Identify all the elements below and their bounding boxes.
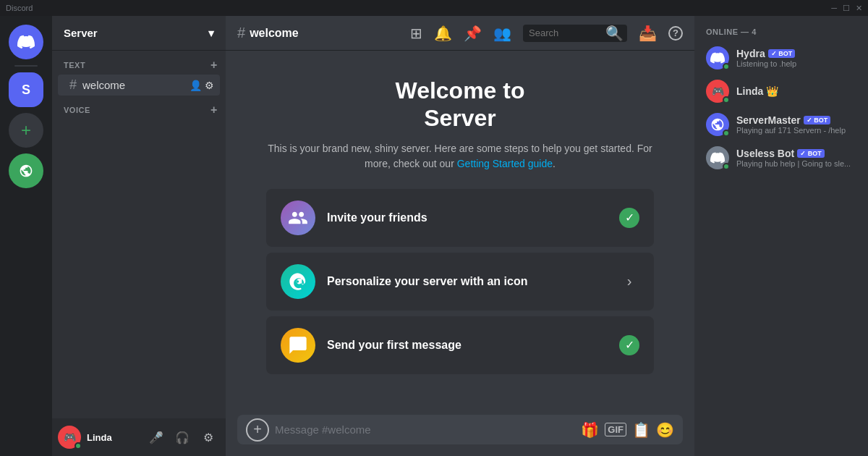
server-add-button[interactable]: + (9, 113, 43, 148)
member-avatar-linda: 🎮 (706, 80, 729, 103)
server-name: Server (64, 27, 98, 39)
message-card-icon (281, 328, 315, 363)
server-list: S + (0, 16, 52, 456)
crown-icon-linda: 👑 (766, 85, 778, 97)
invite-card-icon (281, 200, 315, 235)
search-box[interactable]: 🔍 (523, 25, 627, 42)
channel-hash-icon: # (237, 25, 245, 41)
sticker-icon[interactable]: 📋 (632, 421, 650, 439)
server-item-discord[interactable] (9, 25, 43, 59)
hash-icon: # (69, 77, 77, 93)
invite-check-icon: ✓ (619, 208, 639, 228)
channel-list: TEXT + # welcome 👤 ⚙ VOICE + (52, 51, 226, 418)
user-actions: 🎤 🎧 ⚙ (145, 426, 220, 449)
notifications-icon[interactable]: 🔔 (434, 25, 452, 42)
user-avatar[interactable]: 🎮 (58, 426, 81, 449)
getting-started-link[interactable]: Getting Started guide (457, 158, 553, 169)
personalize-card-label: Personalize your server with an icon (327, 275, 608, 288)
online-header: ONLINE — 4 (700, 28, 862, 36)
member-status-hydra: Listening to .help (736, 59, 856, 68)
invite-card-status: ✓ (619, 208, 639, 228)
gift-icon[interactable]: 🎁 (581, 421, 599, 439)
welcome-cards: Invite your friends ✓ Personalize your s… (266, 189, 654, 374)
members-icon[interactable]: 👥 (493, 25, 511, 42)
channel-item-welcome[interactable]: # welcome 👤 ⚙ (58, 75, 220, 96)
help-icon[interactable]: ? (668, 26, 683, 41)
welcome-section: Welcome to Server This is your brand new… (237, 62, 683, 403)
server-divider (14, 65, 38, 67)
gif-icon[interactable]: GIF (605, 423, 626, 436)
server-item-explore[interactable] (9, 153, 43, 188)
channel-header: # welcome ⊞ 🔔 📌 👥 🔍 📥 ? (226, 16, 694, 51)
category-voice[interactable]: VOICE + (52, 101, 226, 119)
channel-settings-icon[interactable]: ⚙ (205, 80, 214, 91)
online-status-dot (75, 442, 82, 449)
attach-button[interactable]: + (246, 418, 269, 442)
header-icons: ⊞ 🔔 📌 👥 🔍 📥 ? (410, 25, 683, 42)
member-info-linda: Linda 👑 (736, 85, 856, 97)
username-label: Linda (87, 432, 139, 443)
category-text[interactable]: TEXT + (52, 56, 226, 74)
member-item-hydra[interactable]: Hydra ✓ BOT Listening to .help (700, 42, 862, 74)
message-input-bar: + 🎁 GIF 📋 😊 (226, 415, 694, 456)
input-actions: 🎁 GIF 📋 😊 (581, 421, 674, 439)
member-status-servermaster: Playing auf 171 Servern - /help (736, 126, 856, 135)
add-member-icon[interactable]: 👤 (190, 80, 202, 91)
add-text-channel-button[interactable]: + (208, 59, 220, 71)
channel-action-icons: 👤 ⚙ (190, 80, 214, 91)
member-avatar-hydra (706, 46, 729, 69)
threads-icon[interactable]: ⊞ (410, 25, 422, 42)
server-dropdown-icon: ▾ (208, 27, 214, 40)
messages-area: Welcome to Server This is your brand new… (226, 51, 694, 415)
message-card-label: Send your first message (327, 339, 608, 352)
user-bar: 🎮 Linda 🎤 🎧 ⚙ (52, 418, 226, 456)
search-input[interactable] (529, 28, 601, 38)
message-input[interactable] (275, 415, 575, 444)
personalize-card-status: › (619, 271, 639, 292)
welcome-title: Welcome to Server (266, 77, 654, 132)
inbox-icon[interactable]: 📥 (639, 25, 657, 42)
add-voice-channel-button[interactable]: + (208, 104, 220, 116)
personalize-card-icon (281, 264, 315, 299)
deafen-button[interactable]: 🎧 (171, 426, 194, 449)
message-input-wrapper: + 🎁 GIF 📋 😊 (237, 415, 683, 444)
server-header[interactable]: Server ▾ (52, 16, 226, 51)
right-sidebar: ONLINE — 4 Hydra ✓ BOT Listening to .hel… (694, 16, 868, 456)
message-check-icon: ✓ (619, 335, 639, 355)
pin-icon[interactable]: 📌 (464, 25, 482, 42)
mute-button[interactable]: 🎤 (145, 426, 168, 449)
emoji-icon[interactable]: 😊 (656, 421, 674, 439)
member-info-servermaster: ServerMaster ✓ BOT Playing auf 171 Serve… (736, 114, 856, 135)
server-item-s[interactable]: S (9, 72, 43, 107)
member-item-linda[interactable]: 🎮 Linda 👑 (700, 75, 862, 107)
invite-card[interactable]: Invite your friends ✓ (266, 189, 654, 247)
welcome-subtitle: This is your brand new, shiny server. He… (266, 141, 654, 172)
search-icon: 🔍 (605, 25, 624, 42)
channel-sidebar: Server ▾ TEXT + # welcome 👤 ⚙ VOICE + (52, 16, 226, 456)
message-card-status: ✓ (619, 335, 639, 355)
bot-badge-uselessbot: ✓ BOT (797, 149, 825, 158)
member-status-uselessbot: Playing hub help | Going to sle... (736, 159, 856, 168)
user-settings-button[interactable]: ⚙ (197, 426, 220, 449)
invite-card-label: Invite your friends (327, 211, 608, 224)
bot-badge-hydra: ✓ BOT (768, 49, 796, 58)
window-controls: ─ ☐ ✕ (831, 4, 862, 13)
personalize-card[interactable]: Personalize your server with an icon › (266, 253, 654, 311)
member-item-servermaster[interactable]: ServerMaster ✓ BOT Playing auf 171 Serve… (700, 109, 862, 140)
main-content: # welcome ⊞ 🔔 📌 👥 🔍 📥 ? Welcom (226, 16, 694, 456)
member-info-uselessbot: Useless Bot ✓ BOT Playing hub help | Goi… (736, 148, 856, 168)
bot-badge-servermaster: ✓ BOT (804, 116, 831, 124)
member-item-uselessbot[interactable]: Useless Bot ✓ BOT Playing hub help | Goi… (700, 142, 862, 174)
message-card[interactable]: Send your first message ✓ (266, 316, 654, 374)
member-avatar-uselessbot (706, 146, 729, 169)
app-title: Discord (6, 4, 831, 12)
member-avatar-servermaster (706, 113, 729, 136)
member-info-hydra: Hydra ✓ BOT Listening to .help (736, 48, 856, 68)
channel-name-header: # welcome (237, 25, 299, 41)
personalize-chevron-icon: › (627, 273, 632, 290)
